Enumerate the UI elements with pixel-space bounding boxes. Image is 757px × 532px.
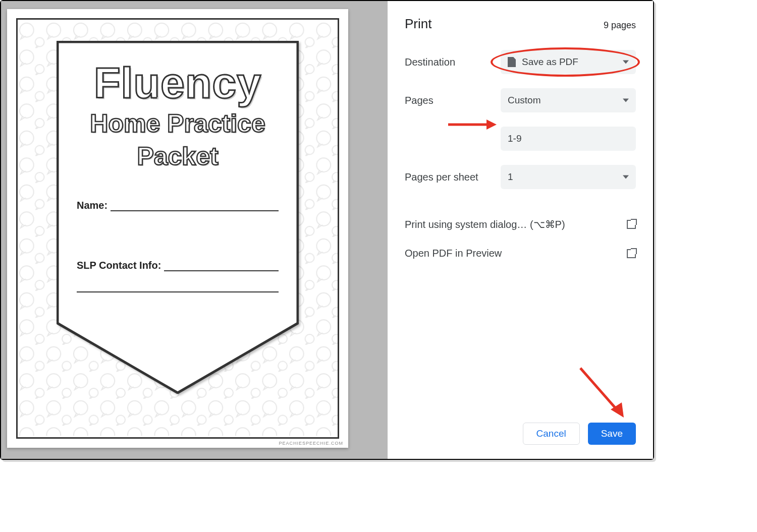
system-dialog-link[interactable]: Print using system dialog… (⌥⌘P) <box>405 218 636 230</box>
system-dialog-label: Print using system dialog… (⌥⌘P) <box>405 218 565 230</box>
pages-per-sheet-label: Pages per sheet <box>405 171 501 183</box>
name-line <box>111 201 279 211</box>
preview-pane: Fluency Home Practice Packet Name: SLP C… <box>1 1 388 459</box>
pages-mode-select[interactable]: Custom <box>501 88 636 112</box>
open-preview-label: Open PDF in Preview <box>405 248 502 259</box>
pages-range-input[interactable] <box>501 127 636 151</box>
worksheet-title-line1: Fluency <box>72 61 284 104</box>
contact-line <box>164 261 279 271</box>
dialog-buttons: Cancel Save <box>523 423 636 445</box>
save-button[interactable]: Save <box>588 423 636 445</box>
pages-per-sheet-value: 1 <box>508 171 513 183</box>
destination-label: Destination <box>405 56 501 68</box>
cancel-button[interactable]: Cancel <box>523 423 580 445</box>
contact-line-2 <box>77 281 279 292</box>
worksheet-title-line2: Home Practice <box>72 110 284 137</box>
pdf-document-icon <box>508 57 516 67</box>
chevron-down-icon <box>623 61 629 64</box>
contact-label: SLP Contact Info: <box>77 260 161 271</box>
print-settings-panel: Print 9 pages Destination Save as PDF Pa… <box>388 1 653 459</box>
footer-url: PEACHIESPEECHIE.COM <box>279 441 343 446</box>
print-dialog-window: Fluency Home Practice Packet Name: SLP C… <box>0 0 654 460</box>
worksheet-title-line3: Packet <box>72 143 284 170</box>
pennant-content: Fluency Home Practice Packet Name: SLP C… <box>57 41 299 292</box>
destination-value: Save as PDF <box>522 56 578 68</box>
open-preview-link[interactable]: Open PDF in Preview <box>405 248 636 259</box>
external-link-icon <box>627 249 636 258</box>
form-fields: Name: SLP Contact Info: <box>72 200 284 292</box>
name-label: Name: <box>77 200 107 211</box>
panel-title: Print <box>405 16 431 32</box>
destination-select[interactable]: Save as PDF <box>501 50 636 74</box>
page-preview: Fluency Home Practice Packet Name: SLP C… <box>7 9 348 448</box>
chevron-down-icon <box>623 99 629 102</box>
chevron-down-icon <box>623 175 629 179</box>
pages-label: Pages <box>405 95 501 106</box>
pennant-banner: Fluency Home Practice Packet Name: SLP C… <box>57 41 299 394</box>
page-border: Fluency Home Practice Packet Name: SLP C… <box>16 18 339 439</box>
pages-per-sheet-select[interactable]: 1 <box>501 165 636 189</box>
external-link-icon <box>627 220 636 229</box>
page-count: 9 pages <box>604 20 636 31</box>
pages-mode-value: Custom <box>508 95 540 106</box>
